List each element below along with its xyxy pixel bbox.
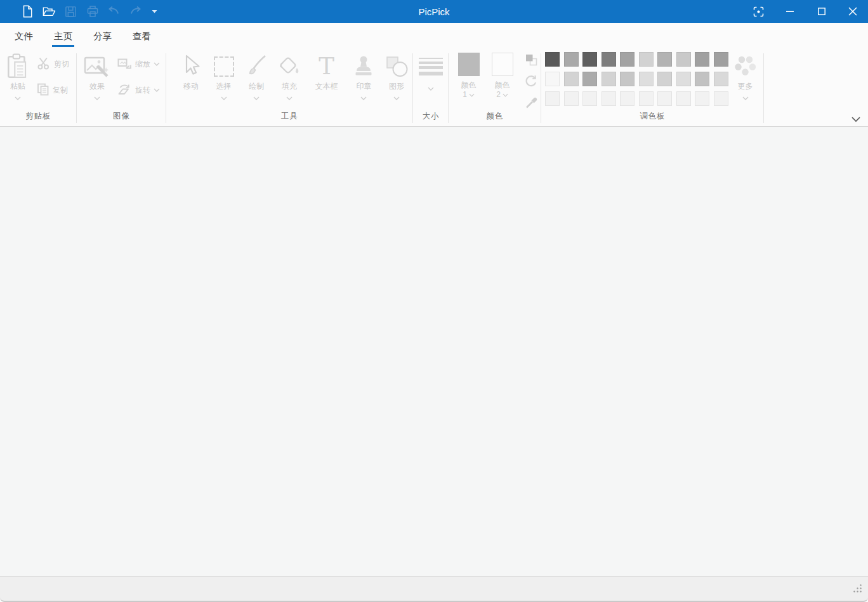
resize-grip[interactable] (853, 584, 862, 596)
palette-swatch[interactable] (620, 52, 635, 67)
tab-file[interactable]: 文件 (14, 23, 34, 49)
new-document-icon[interactable] (21, 4, 34, 18)
ribbon-filler (764, 49, 868, 126)
rotate-icon (117, 83, 132, 98)
palette-swatch[interactable] (695, 72, 709, 86)
palette-swatch[interactable] (564, 91, 579, 106)
color2-dropdown-icon[interactable] (503, 93, 508, 97)
toolbar-dropdown-icon[interactable] (150, 4, 158, 18)
color1-dropdown-icon[interactable] (469, 93, 475, 97)
tab-home[interactable]: 主页 (53, 23, 73, 49)
rotate-dropdown-icon[interactable] (154, 88, 160, 92)
shapes-icon (385, 51, 409, 82)
palette-swatch[interactable] (714, 52, 728, 67)
swap-colors-button[interactable] (524, 53, 538, 67)
palette-swatch[interactable] (564, 52, 579, 67)
select-dropdown-icon[interactable] (221, 96, 227, 100)
shapes-label: 图形 (389, 82, 404, 91)
select-button[interactable]: 选择 (207, 49, 240, 102)
palette-swatch[interactable] (695, 91, 709, 106)
move-cursor-icon (181, 51, 201, 82)
line-size-dropdown-icon[interactable] (428, 87, 434, 91)
color2-number: 2 (496, 90, 501, 100)
palette-swatch[interactable] (582, 91, 597, 106)
palette-swatch[interactable] (602, 72, 616, 86)
tab-view[interactable]: 查看 (132, 23, 152, 49)
palette-swatch[interactable] (714, 72, 728, 86)
shapes-dropdown-icon[interactable] (393, 96, 400, 100)
move-button[interactable]: 移动 (174, 49, 207, 102)
open-file-icon[interactable] (43, 4, 56, 18)
palette-swatch[interactable] (564, 72, 579, 86)
palette-swatch[interactable] (602, 91, 616, 106)
palette-swatch[interactable] (695, 52, 709, 67)
palette-swatch[interactable] (582, 72, 597, 86)
palette-swatch[interactable] (545, 52, 560, 67)
maximize-button[interactable] (806, 0, 838, 23)
tab-share[interactable]: 分享 (93, 23, 112, 49)
palette-swatch[interactable] (676, 72, 691, 86)
close-button[interactable] (838, 0, 868, 23)
palette-swatch[interactable] (545, 72, 560, 86)
resize-button[interactable]: 缩放 (117, 56, 160, 72)
fill-dropdown-icon[interactable] (286, 96, 293, 100)
paste-button[interactable]: 粘贴 (1, 49, 34, 102)
effects-dropdown-icon[interactable] (94, 96, 100, 100)
fill-button[interactable]: 填充 (273, 49, 306, 102)
collapse-ribbon-button[interactable] (851, 116, 861, 122)
copy-icon (37, 83, 49, 98)
textbox-button[interactable]: T 文本框 (306, 49, 348, 102)
cut-icon (37, 57, 51, 72)
palette-swatch[interactable] (620, 91, 635, 106)
palette-swatch[interactable] (676, 91, 691, 106)
rotate-label: 旋转 (135, 86, 150, 95)
color2-button[interactable]: 颜色 2 (487, 49, 518, 100)
rotate-button[interactable]: 旋转 (117, 82, 160, 98)
palette-swatch[interactable] (676, 52, 691, 67)
reset-colors-button[interactable] (524, 74, 538, 88)
copy-button[interactable]: 复制 (37, 82, 69, 98)
palette-swatch[interactable] (545, 91, 560, 106)
group-label-clipboard: 剪贴板 (0, 111, 77, 124)
color2-label: 颜色 (495, 81, 510, 89)
resize-dropdown-icon[interactable] (154, 62, 160, 66)
more-colors-button[interactable]: 更多 (732, 49, 760, 102)
color1-label: 颜色 (461, 81, 477, 89)
palette-swatch[interactable] (657, 91, 672, 106)
stamp-button[interactable]: 印章 (348, 49, 381, 102)
palette-swatch[interactable] (714, 91, 728, 106)
palette-grid (541, 49, 728, 106)
undo-icon (107, 4, 121, 18)
cut-button[interactable]: 剪切 (37, 56, 69, 72)
palette-swatch[interactable] (620, 72, 635, 86)
canvas-area[interactable] (0, 127, 868, 576)
palette-swatch[interactable] (657, 72, 672, 86)
chevron-down-icon (851, 116, 861, 122)
effects-button[interactable]: 效果 (81, 49, 114, 102)
screen-capture-button[interactable] (742, 0, 774, 23)
save-icon (64, 4, 77, 18)
color1-button[interactable]: 颜色 1 (453, 49, 484, 100)
palette-swatch[interactable] (657, 52, 672, 67)
palette-swatch[interactable] (639, 91, 654, 106)
line-size-button[interactable] (414, 49, 447, 93)
quick-access-toolbar (0, 4, 158, 18)
palette-swatch[interactable] (639, 52, 654, 67)
palette-swatch[interactable] (602, 52, 616, 67)
palette-swatch[interactable] (582, 52, 597, 67)
paste-dropdown-icon[interactable] (15, 96, 21, 100)
eyedropper-button[interactable] (524, 95, 538, 108)
minimize-button[interactable] (774, 0, 806, 23)
group-label-size: 大小 (413, 111, 449, 124)
draw-button[interactable]: 绘制 (240, 49, 273, 102)
palette-swatch[interactable] (639, 72, 654, 86)
shapes-button[interactable]: 图形 (380, 49, 413, 102)
title-bar: PicPick (0, 0, 868, 23)
group-clipboard: 粘贴 剪切 复制 剪贴板 (0, 49, 77, 126)
stamp-dropdown-icon[interactable] (360, 96, 367, 100)
group-label-image: 图像 (77, 111, 166, 124)
textbox-label: 文本框 (315, 82, 338, 91)
more-colors-dropdown-icon[interactable] (742, 96, 749, 100)
status-text (0, 585, 8, 594)
draw-dropdown-icon[interactable] (253, 96, 260, 100)
